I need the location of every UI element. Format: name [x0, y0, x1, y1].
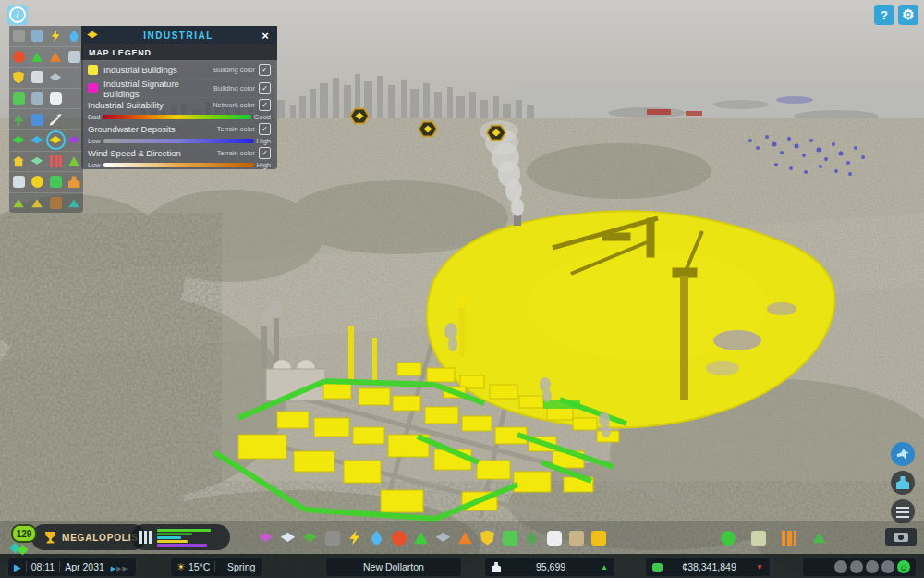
infoview-routes[interactable] [47, 111, 65, 129]
city-name-pill[interactable]: New Dollarton [325, 557, 462, 577]
infoview-schools[interactable] [29, 111, 46, 129]
city-demand-icon [139, 531, 152, 544]
infoview-signature[interactable] [29, 153, 46, 170]
infoview-economy-chart[interactable] [47, 153, 65, 170]
legend-checkbox[interactable]: ✓ [259, 147, 271, 159]
infoview-police[interactable] [10, 68, 28, 86]
industry-area-marker-3[interactable] [486, 124, 506, 141]
photo-mode-button[interactable] [885, 528, 917, 546]
game-viewport[interactable]: i ? ⚙ INDUSTRIAL × MAP LEGEND Industrial… [0, 0, 924, 578]
legend-checkbox[interactable]: ✓ [259, 82, 271, 94]
infoview-education-icon [50, 71, 62, 83]
speed-controls[interactable]: ▶▶▶ [110, 561, 128, 572]
groundwater-gradient [103, 139, 254, 143]
infoview-resources[interactable] [29, 194, 46, 212]
industry-area-marker-1[interactable] [349, 107, 370, 125]
infoview-maintenance[interactable] [66, 48, 83, 66]
infoview-parks[interactable] [10, 111, 28, 129]
tool-roads[interactable] [323, 529, 341, 547]
notification-slot-2[interactable] [850, 560, 863, 573]
infoview-garbage[interactable] [29, 48, 46, 66]
infoview-workers[interactable] [66, 173, 83, 191]
milestone-pill[interactable]: MEGALOPOLIS [31, 524, 146, 550]
tool-fire-rescue[interactable] [456, 529, 474, 547]
infoview-electricity[interactable] [47, 27, 65, 44]
happiness-indicator[interactable]: ☺ [897, 560, 910, 573]
infoview-money-icon [50, 176, 62, 188]
infoview-economy-chart-icon [50, 155, 62, 167]
legend-checkbox[interactable]: ✓ [259, 64, 271, 76]
tool-progression[interactable] [719, 529, 736, 547]
tool-zoning[interactable] [257, 529, 274, 547]
infoview-transportation[interactable] [10, 90, 28, 107]
notification-slot-3[interactable] [866, 560, 879, 573]
tool-water-sewage-icon [370, 531, 384, 546]
tool-statistics-icon [782, 531, 796, 546]
temperature: 15°C [188, 561, 210, 572]
tool-map-tiles[interactable] [749, 529, 767, 547]
demand-bar-2 [157, 533, 192, 535]
notification-slot-4[interactable] [881, 560, 894, 573]
demand-bar-1 [157, 529, 211, 532]
tool-transportation[interactable] [501, 529, 518, 547]
tool-education[interactable] [434, 529, 452, 547]
infoview-money[interactable] [47, 173, 65, 191]
infoview-telecom[interactable] [47, 90, 65, 107]
infoview-fire[interactable] [47, 48, 65, 66]
tool-city-info-icon [812, 531, 827, 546]
citizen-info-button[interactable] [891, 471, 915, 495]
tool-landscaping[interactable] [567, 529, 585, 547]
tool-water-sewage[interactable] [368, 529, 385, 547]
legend-checkbox[interactable]: ✓ [259, 99, 271, 111]
tool-parks-recreation[interactable] [523, 529, 541, 547]
infoview-housing[interactable] [10, 153, 28, 170]
tool-statistics[interactable] [780, 529, 797, 547]
money-pill[interactable]: ¢38,341,849 ▼ [645, 557, 771, 577]
demand-pill[interactable] [131, 524, 230, 550]
infoview-administration[interactable] [29, 68, 46, 86]
population-pill[interactable]: 95,699 ▲ [484, 557, 615, 577]
infoview-forestry[interactable] [47, 194, 65, 212]
tool-electricity[interactable] [346, 529, 363, 547]
infoview-roads[interactable] [10, 27, 28, 44]
infoview-water[interactable] [66, 27, 83, 44]
infoview-landmarks[interactable] [10, 173, 28, 191]
tool-garbage[interactable] [412, 529, 430, 547]
demand-bar-4 [157, 540, 188, 543]
legend-checkbox[interactable]: ✓ [259, 123, 271, 135]
tool-communications[interactable] [545, 529, 563, 547]
infoview-fishing[interactable] [66, 194, 83, 212]
play-button[interactable]: ▶ [14, 562, 21, 572]
settings-button[interactable]: ⚙ [898, 5, 918, 25]
infoview-education[interactable] [47, 68, 65, 86]
tool-areas[interactable] [279, 529, 297, 547]
chirper-button[interactable] [891, 442, 915, 466]
infoview-residential-zones[interactable] [10, 131, 28, 149]
infoview-pollution[interactable] [66, 153, 83, 170]
industry-area-marker-2[interactable] [418, 120, 438, 138]
close-icon[interactable]: × [259, 29, 272, 43]
xp-level-badge[interactable]: 129 [11, 524, 37, 543]
notification-slot-1[interactable] [834, 560, 847, 573]
sidebar-row [9, 108, 83, 129]
tool-fire-rescue-icon [458, 531, 473, 546]
infoview-residential-zones-icon [13, 134, 25, 146]
tool-bulldozer[interactable] [590, 529, 607, 547]
help-button[interactable]: ? [874, 5, 894, 25]
tool-specialized-industry[interactable] [301, 529, 319, 547]
infoview-housing-icon [13, 155, 25, 167]
infoview-services[interactable] [29, 27, 46, 44]
infoview-post[interactable] [29, 90, 46, 107]
infoview-happiness[interactable] [29, 173, 46, 191]
infoview-industrial-zones[interactable] [47, 131, 65, 149]
infoview-commercial-zones[interactable] [29, 131, 46, 149]
tool-police[interactable] [479, 529, 496, 547]
tool-city-info[interactable] [810, 529, 828, 547]
infoview-healthcare[interactable] [10, 48, 28, 66]
infoview-terrain[interactable] [10, 194, 28, 212]
infoview-office-zones[interactable] [66, 131, 83, 149]
tool-healthcare[interactable] [390, 529, 407, 547]
infoviews-toggle-button[interactable]: i [7, 5, 28, 25]
legend-swatch [88, 65, 98, 75]
gear-icon: ⚙ [902, 6, 914, 23]
